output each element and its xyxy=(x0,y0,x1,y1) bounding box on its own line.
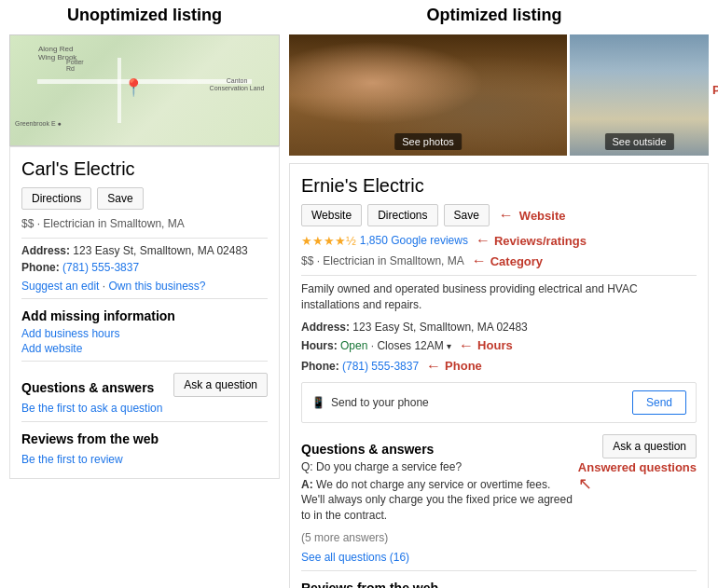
suggest-edit-link[interactable]: Suggest an edit xyxy=(21,280,99,293)
optimized-phone-row: Phone: (781) 555-3837 xyxy=(301,360,419,373)
see-outside-btn[interactable]: See outside xyxy=(604,133,673,150)
optimized-panel: See photos See outside Photos ← Ernie's … xyxy=(289,34,709,588)
send-to-phone-label: 📱 Send to your phone xyxy=(311,396,429,409)
hours-dropdown-icon[interactable]: ▾ xyxy=(447,341,451,351)
add-hours-link[interactable]: Add business hours xyxy=(21,327,268,340)
photo-main[interactable]: See photos xyxy=(289,34,567,156)
reviews-annotation-text: Reviews/ratings xyxy=(494,234,587,248)
optimized-qa-title: Questions & answers xyxy=(301,442,434,457)
unoptimized-panel: Along RedWing Brook PotterRd Canton Cons… xyxy=(9,34,280,588)
unoptimized-business-name: Carl's Electric xyxy=(21,158,268,180)
answered-questions-annotation: Answered questions xyxy=(578,460,697,474)
optimized-heading: Optimized listing xyxy=(426,6,561,24)
more-answers: (5 more answers) xyxy=(301,531,697,544)
category-annotation-text: Category xyxy=(490,254,543,268)
unoptimized-qa-first[interactable]: Be the first to ask a question xyxy=(21,402,162,415)
unoptimized-qa-section: Questions & answers Ask a question Be th… xyxy=(21,371,268,416)
own-business-link[interactable]: Own this business? xyxy=(108,280,205,293)
unoptimized-ask-button[interactable]: Ask a question xyxy=(173,373,268,397)
missing-info-title: Add missing information xyxy=(21,308,268,323)
add-website-link[interactable]: Add website xyxy=(21,342,268,355)
hours-open: Open xyxy=(340,339,367,352)
optimized-business-name: Ernie's Electric xyxy=(301,175,697,197)
category-arrow-icon: ← xyxy=(472,253,487,269)
optimized-save-button[interactable]: Save xyxy=(444,204,490,226)
map-image: Along RedWing Brook PotterRd Canton Cons… xyxy=(9,34,280,146)
optimized-listing-card: Ernie's Electric Website Directions Save… xyxy=(289,163,709,588)
photo-side[interactable]: See outside xyxy=(570,34,709,156)
photos-annotation-text: Photos xyxy=(712,83,718,97)
send-button[interactable]: Send xyxy=(632,390,686,415)
see-photos-btn[interactable]: See photos xyxy=(394,133,462,150)
website-annotation-text: Website xyxy=(519,209,566,223)
phone-annotation-text: Phone xyxy=(445,359,482,373)
unoptimized-reviews-first[interactable]: Be the first to review xyxy=(21,453,123,466)
optimized-price-category: $$ · Electrician in Smalltown, MA xyxy=(301,254,464,267)
unoptimized-listing-card: Carl's Electric Directions Save $$ · Ele… xyxy=(9,146,280,479)
answered-arrow-icon: ↙ xyxy=(578,474,592,495)
phone-arrow-icon: ← xyxy=(426,358,441,375)
unoptimized-phone-row: Phone: (781) 555-3837 xyxy=(21,261,268,274)
unoptimized-save-button[interactable]: Save xyxy=(97,187,143,210)
optimized-phone-link[interactable]: (781) 555-3837 xyxy=(342,360,419,373)
hours-close-link[interactable]: Closes 12AM xyxy=(377,339,443,352)
unoptimized-price-category: $$ · Electrician in Smalltown, MA xyxy=(21,217,268,230)
phone-device-icon: 📱 xyxy=(311,396,325,409)
optimized-ask-button[interactable]: Ask a question xyxy=(602,434,697,458)
optimized-hours-row: Hours: Open · Closes 12AM ▾ xyxy=(301,339,451,352)
reviews-link[interactable]: 1,850 Google reviews xyxy=(360,234,468,247)
optimized-reviews-section: Reviews from the web 4.4/5 Facebook 1,28… xyxy=(301,581,697,588)
unoptimized-address-row: Address: 123 Easy St, Smalltown, MA 0248… xyxy=(21,244,268,257)
optimized-directions-button[interactable]: Directions xyxy=(367,204,437,226)
unoptimized-heading: Unoptimized listing xyxy=(67,6,222,24)
unoptimized-qa-title: Questions & answers xyxy=(21,380,154,395)
unoptimized-reviews-section: Reviews from the web Be the first to rev… xyxy=(21,431,268,467)
map-pin: 📍 xyxy=(123,77,144,98)
star-rating: ★★★★½ xyxy=(301,234,356,248)
reviews-arrow-icon: ← xyxy=(476,232,490,249)
optimized-qa-section: Questions & answers Ask a question Q: Do… xyxy=(301,432,697,565)
send-to-phone-row: 📱 Send to your phone Send xyxy=(301,382,697,423)
qa-answer: A: We do not charge any service or overt… xyxy=(301,477,574,524)
unoptimized-phone-link[interactable]: (781) 555-3837 xyxy=(62,261,139,274)
unoptimized-suggest-row: Suggest an edit · Own this business? xyxy=(21,280,268,293)
unoptimized-directions-button[interactable]: Directions xyxy=(21,187,91,210)
website-arrow-icon: ← xyxy=(499,207,514,224)
hours-annotation-text: Hours xyxy=(477,338,513,352)
see-all-questions-link[interactable]: See all questions (16) xyxy=(301,551,409,564)
qa-question: Q: Do you charge a service fee? xyxy=(301,460,574,473)
hours-arrow-icon: ← xyxy=(459,337,474,354)
optimized-reviews-title: Reviews from the web xyxy=(301,581,697,588)
optimized-address-row: Address: 123 Easy St, Smalltown, MA 0248… xyxy=(301,321,697,334)
optimized-description: Family owned and operated business provi… xyxy=(301,281,697,313)
photos-annotation: Photos ← xyxy=(712,81,718,98)
unoptimized-reviews-title: Reviews from the web xyxy=(21,431,268,446)
optimized-website-button[interactable]: Website xyxy=(301,204,362,226)
